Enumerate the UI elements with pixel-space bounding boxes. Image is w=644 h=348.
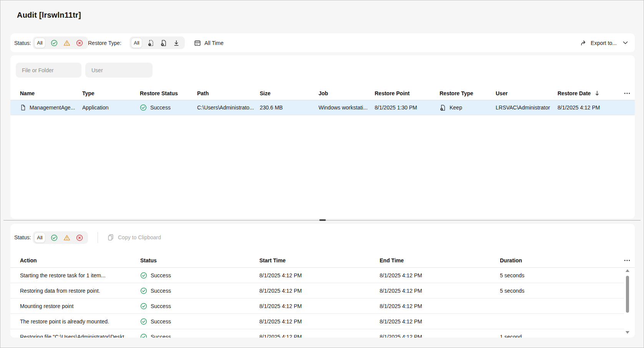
column-header-status[interactable]: Status [140,257,259,263]
size-cell: 230.6 MB [260,104,319,111]
log-column-options-button[interactable] [623,257,631,264]
filter-bar: Status: All Restore Type: All All Time E… [10,33,635,52]
export-button[interactable]: Export to... [580,40,628,46]
action-cell: Mounting restore point [20,303,140,309]
log-status-error-icon[interactable] [73,231,86,244]
start-time-cell: 8/1/2025 4:12 PM [259,318,380,325]
column-header-size[interactable]: Size [260,90,319,96]
success-icon [140,272,147,279]
user-search-input[interactable] [85,63,153,78]
log-panel: Status: All Copy to Clipboard Action Sta… [10,224,635,338]
copy-icon [107,234,114,241]
export-label: Export to... [591,40,617,46]
restore-type-keep-icon[interactable] [157,36,170,49]
restore-type-filter-label: Restore Type: [88,40,121,46]
job-cell: Windows workstati... [319,104,375,111]
action-cell: Restoring data from restore point. [20,288,140,294]
keep-icon [440,104,446,111]
end-time-cell: 8/1/2025 4:12 PM [380,288,500,294]
time-filter-button[interactable]: All Time [194,40,224,46]
column-header-job[interactable]: Job [319,90,375,96]
success-icon [140,104,147,111]
duration-cell: 5 seconds [500,288,623,294]
file-search-input[interactable] [16,63,81,78]
log-status-filter-label: Status: [14,234,31,240]
success-icon [140,318,147,325]
log-table-header: Action Status Start Time End Time Durati… [10,253,635,268]
copy-to-clipboard-button[interactable]: Copy to Clipboard [107,234,161,241]
column-header-type[interactable]: Type [82,90,140,96]
audit-window: Audit [lrswln11tr] Status: All Restore T… [0,0,644,348]
column-header-path[interactable]: Path [197,90,260,96]
restore-type-download-icon[interactable] [170,36,183,49]
restore-type-filter-group: All [129,36,185,49]
log-row[interactable]: Mounting restore point Success 8/1/2025 … [10,298,624,314]
duration-cell: 5 seconds [500,272,623,278]
panel-splitter-handle[interactable] [319,219,326,221]
log-status-warning-icon[interactable] [60,231,73,244]
end-time-cell: 8/1/2025 4:12 PM [380,334,500,338]
scrollbar-thumb[interactable] [626,276,629,313]
success-icon [140,287,147,294]
calendar-icon [194,40,201,46]
start-time-cell: 8/1/2025 4:12 PM [259,288,380,294]
path-cell: C:\Users\Administrato... [197,104,260,111]
column-header-end-time[interactable]: End Time [380,257,500,263]
scrollbar-up-arrow[interactable] [626,269,629,272]
restore-type-restore-icon[interactable] [144,36,157,49]
log-row[interactable]: Restoring file "C:\Users\Administrator\D… [10,329,624,338]
type-cell: Application [82,104,140,111]
log-status-all-button[interactable]: All [34,232,45,243]
column-header-restore-date[interactable]: Restore Date [558,90,623,96]
chevron-down-icon [623,41,628,45]
scrollbar-down-arrow[interactable] [626,331,629,334]
start-time-cell: 8/1/2025 4:12 PM [259,334,380,338]
action-cell: Starting the restore task for 1 item... [20,272,140,278]
column-header-name[interactable]: Name [20,90,82,96]
column-header-restore-type[interactable]: Restore Type [440,90,496,96]
column-header-restore-status[interactable]: Restore Status [140,90,197,96]
sort-descending-icon [594,90,600,96]
status-cell: Success [140,318,259,325]
table-row[interactable]: ManagementAge... Application Success C:\… [10,100,635,115]
time-filter-label: All Time [204,40,224,46]
end-time-cell: 8/1/2025 4:12 PM [380,318,500,325]
restore-date-cell: 8/1/2025 4:12 PM [558,104,623,111]
restore-type-all-button[interactable]: All [131,38,142,48]
user-cell: LRSVAC\Administrator [496,104,558,111]
log-row[interactable]: The restore point is already mounted. Su… [10,314,624,329]
files-column-options-button[interactable] [623,89,631,97]
start-time-cell: 8/1/2025 4:12 PM [259,272,380,278]
page-title: Audit [lrswln11tr] [17,11,81,20]
start-time-cell: 8/1/2025 4:12 PM [259,303,380,309]
status-filter-error-icon[interactable] [73,36,86,49]
status-cell: Success [140,333,259,338]
success-icon [140,333,147,338]
column-header-start-time[interactable]: Start Time [259,257,380,263]
status-filter-warning-icon[interactable] [60,36,73,49]
duration-cell: 1 second [500,334,623,338]
status-filter-group: All [33,36,88,49]
action-cell: The restore point is already mounted. [20,318,140,325]
success-icon [140,303,147,310]
log-status-success-icon[interactable] [48,231,60,244]
status-cell: Success [140,287,259,294]
log-row[interactable]: Starting the restore task for 1 item... … [10,268,624,283]
export-icon [580,40,587,46]
column-header-duration[interactable]: Duration [500,257,623,263]
status-filter-success-icon[interactable] [48,36,60,49]
file-icon [20,104,26,111]
column-header-restore-point[interactable]: Restore Point [375,90,440,96]
log-row[interactable]: Restoring data from restore point. Succe… [10,283,624,298]
restore-point-cell: 8/1/2025 1:30 PM [375,104,440,111]
column-header-action[interactable]: Action [20,257,140,263]
status-filter-label: Status: [14,40,31,46]
toolbar-divider [98,232,98,243]
end-time-cell: 8/1/2025 4:12 PM [380,272,500,278]
column-header-user[interactable]: User [496,90,558,96]
status-filter-all-button[interactable]: All [34,38,45,48]
file-name-cell: ManagementAge... [20,104,82,111]
log-status-filter-group: All [33,231,88,244]
log-rows: Starting the restore task for 1 item... … [10,268,624,338]
action-cell: Restoring file "C:\Users\Administrator\D… [20,334,140,338]
